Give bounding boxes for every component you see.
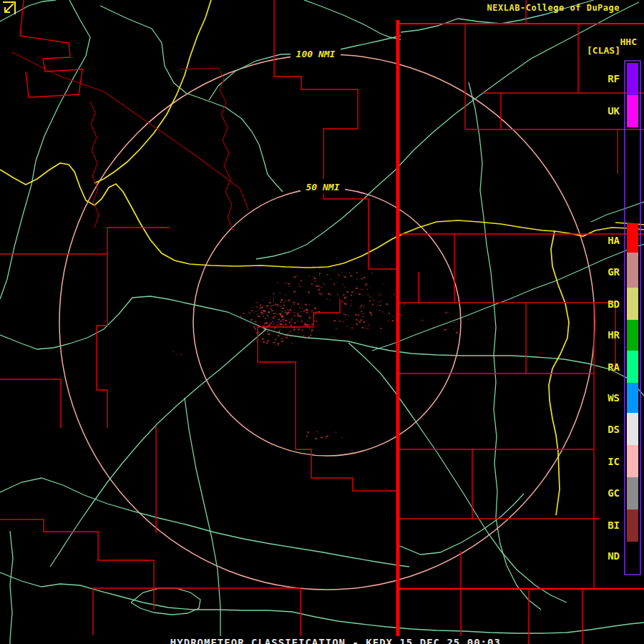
- legend-label: DS: [608, 424, 620, 435]
- range-ring-label-100nmi: 100 NMI: [296, 49, 336, 59]
- legend-swatch: [627, 288, 638, 320]
- range-ring-50nmi-circle: [193, 188, 461, 456]
- legend-swatch: [627, 383, 638, 413]
- road-layer: [0, 0, 644, 644]
- legend-swatch: [627, 509, 638, 542]
- legend-swatch: [627, 445, 638, 477]
- legend-label: WS: [608, 392, 620, 404]
- legend-swatch: [627, 223, 638, 253]
- legend-label: UK: [608, 105, 620, 117]
- legend-swatch: [627, 253, 638, 288]
- legend-label: GR: [608, 266, 620, 278]
- range-ring-label-50nmi: 50 NMI: [306, 182, 340, 192]
- legend-label: BI: [608, 519, 620, 531]
- hhc-legend: RF UK HA GR BD HR RA WS DS IC GC BI ND: [608, 61, 640, 575]
- radar-map: 100 NMI 50 NMI RF UK HA GR BD HR: [0, 0, 644, 644]
- status-bar: HYDROMETEOR CLASSIFICATION - KFDX 15 DEC…: [0, 625, 644, 644]
- range-ring-labels: 100 NMI 50 NMI: [291, 46, 345, 193]
- legend-swatch: [627, 542, 638, 572]
- range-rings: [59, 54, 595, 590]
- legend-swatch: [627, 351, 638, 383]
- legend-label: HR: [608, 329, 620, 341]
- legend-swatch: [627, 477, 638, 509]
- radar-screen: 100 NMI 50 NMI RF UK HA GR BD HR: [0, 0, 644, 644]
- legend-label: ND: [608, 550, 620, 562]
- legend-label: HA: [608, 235, 620, 246]
- nexlab-logo-icon: [0, 0, 17, 17]
- legend-label: RF: [608, 73, 620, 84]
- legend-swatch: [627, 95, 638, 127]
- site-title: NEXLAB-College of DuPage: [487, 3, 620, 13]
- classification-mode-label: [CLAS]: [587, 45, 620, 56]
- range-ring-100nmi-circle: [59, 54, 595, 590]
- product-code-label: HHC: [620, 36, 637, 47]
- legend-swatch: [627, 320, 638, 351]
- legend-label: IC: [608, 456, 620, 467]
- status-bar-text: HYDROMETEOR CLASSIFICATION - KFDX 15 DEC…: [165, 636, 507, 644]
- legend-label: BD: [608, 298, 620, 310]
- legend-swatch: [627, 63, 638, 95]
- legend-swatch: [627, 413, 638, 445]
- legend-label: GC: [608, 487, 620, 499]
- county-boundary-layer: [0, 0, 644, 644]
- legend-label: RA: [608, 361, 620, 373]
